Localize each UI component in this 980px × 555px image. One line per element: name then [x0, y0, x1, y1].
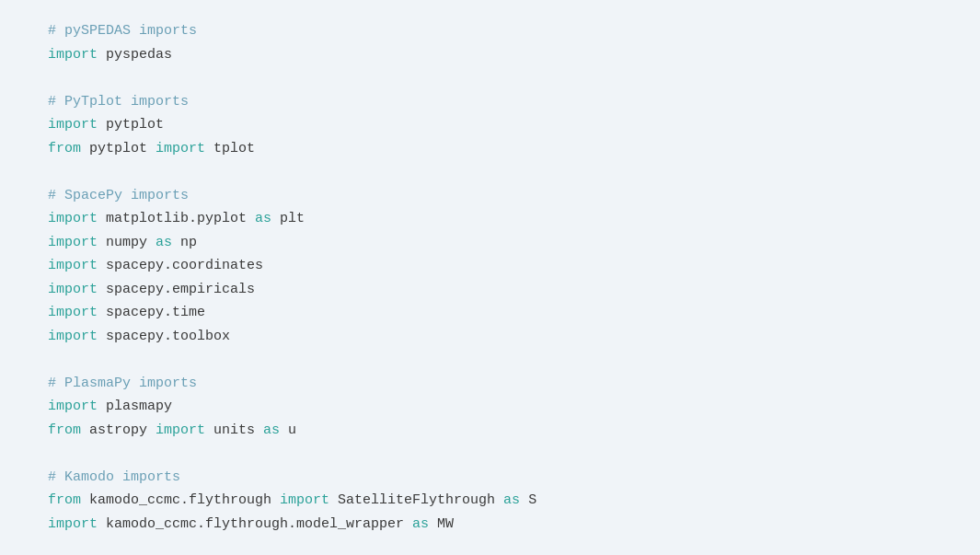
keyword-token: import: [48, 399, 98, 414]
code-line: import spacepy.coordinates: [48, 254, 932, 278]
code-token: kamodo_ccmc.flythrough.model_wrapper: [98, 516, 412, 532]
code-line: import spacepy.toolbox: [48, 325, 932, 349]
empty-line: [48, 160, 932, 184]
keyword-token: import: [48, 516, 98, 532]
code-token: numpy: [98, 235, 156, 250]
comment-line: # PlasmaPy imports: [48, 372, 932, 396]
code-token: kamodo_ccmc.flythrough: [81, 492, 280, 508]
code-line: import numpy as np: [48, 231, 932, 255]
keyword-token: as: [412, 516, 429, 532]
keyword-token: import: [48, 211, 98, 226]
keyword-token: import: [156, 422, 205, 438]
keyword-token: import: [48, 117, 98, 133]
code-line: import kamodo_ccmc.flythrough.model_wrap…: [48, 513, 932, 537]
code-token: matplotlib.pyplot: [98, 211, 255, 226]
code-token: plasmapy: [98, 399, 172, 414]
code-token: pytplot: [98, 117, 164, 133]
code-token: np: [172, 235, 197, 250]
code-token: S: [520, 492, 536, 508]
code-token: pyspedas: [98, 47, 172, 63]
code-token: spacepy.time: [98, 305, 205, 320]
keyword-token: import: [48, 258, 98, 273]
code-token: pytplot: [81, 141, 156, 156]
keyword-token: import: [48, 47, 98, 63]
code-container: # pySPEDAS importsimport pyspedas# PyTpl…: [18, 0, 962, 555]
code-line: from kamodo_ccmc.flythrough import Satel…: [48, 489, 932, 513]
keyword-token: from: [48, 141, 81, 156]
code-line: import spacepy.empiricals: [48, 278, 932, 302]
keyword-token: import: [280, 492, 329, 508]
code-token: spacepy.empiricals: [98, 282, 255, 297]
keyword-token: as: [503, 492, 520, 508]
code-token: SatelliteFlythrough: [329, 492, 503, 508]
code-line: from pytplot import tplot: [48, 137, 932, 161]
code-line: import pyspedas: [48, 43, 932, 67]
empty-line: [48, 66, 932, 90]
code-line: import plasmapy: [48, 395, 932, 419]
code-line: import pytplot: [48, 113, 932, 137]
comment-line: # SpacePy imports: [48, 184, 932, 208]
code-token: u: [280, 422, 296, 438]
code-line: import matplotlib.pyplot as plt: [48, 207, 932, 231]
code-token: spacepy.toolbox: [98, 329, 230, 344]
code-token: spacepy.coordinates: [98, 258, 263, 273]
code-token: MW: [429, 516, 454, 532]
keyword-token: as: [263, 422, 280, 438]
keyword-token: from: [48, 492, 81, 508]
code-block: # pySPEDAS importsimport pyspedas# PyTpl…: [48, 19, 932, 536]
keyword-token: import: [48, 235, 98, 250]
keyword-token: import: [156, 141, 205, 156]
code-token: astropy: [81, 422, 156, 438]
keyword-token: import: [48, 282, 98, 297]
code-line: import spacepy.time: [48, 301, 932, 325]
keyword-token: import: [48, 329, 98, 344]
empty-line: [48, 442, 932, 466]
code-line: from astropy import units as u: [48, 419, 932, 443]
keyword-token: as: [255, 211, 271, 226]
comment-line: # pySPEDAS imports: [48, 19, 932, 43]
code-token: units: [205, 422, 263, 438]
keyword-token: import: [48, 305, 98, 320]
keyword-token: from: [48, 422, 81, 438]
code-token: tplot: [205, 141, 255, 156]
empty-line: [48, 348, 932, 372]
keyword-token: as: [156, 235, 172, 250]
code-token: plt: [271, 211, 305, 226]
comment-line: # PyTplot imports: [48, 90, 932, 114]
comment-line: # Kamodo imports: [48, 466, 932, 490]
